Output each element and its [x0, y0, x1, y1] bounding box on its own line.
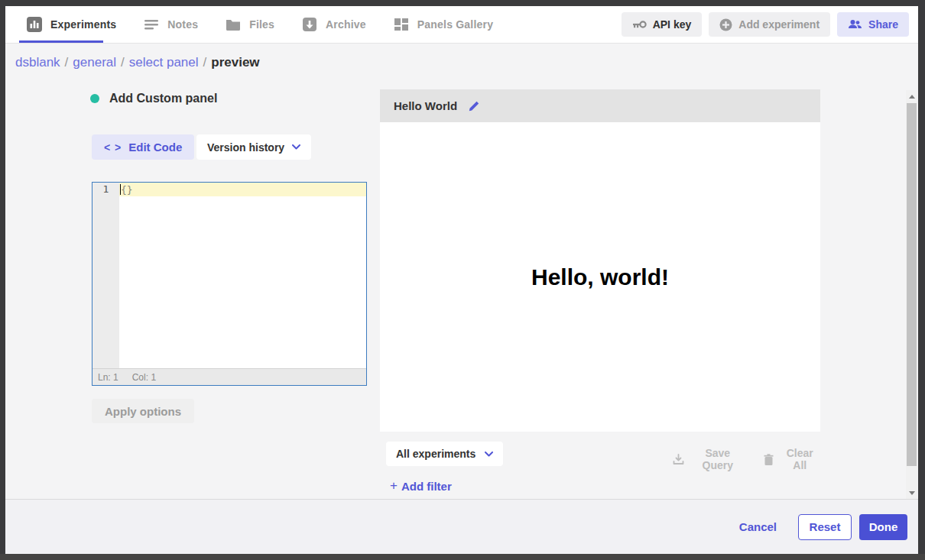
breadcrumb: dsblank/general/select panel/preview	[15, 55, 260, 70]
tab-notes[interactable]: Notes	[144, 6, 198, 43]
hello-world-output: Hello, world!	[531, 264, 669, 290]
nav-tabs: Experiments Notes Files Archive Panel	[5, 6, 493, 43]
share-label: Share	[868, 18, 898, 31]
top-navbar: Experiments Notes Files Archive Panel	[5, 6, 918, 44]
experiments-filter-dropdown[interactable]: All experiments	[386, 442, 503, 466]
tab-label: Files	[249, 18, 274, 31]
add-filter-label: Add filter	[401, 480, 452, 493]
edit-title-pencil-icon[interactable]	[469, 101, 479, 112]
scrollbar-thumb[interactable]	[907, 103, 917, 466]
share-button[interactable]: Share	[837, 12, 909, 37]
editor-code-area[interactable]: {}	[119, 183, 366, 368]
breadcrumb-separator: /	[121, 55, 125, 70]
experiments-icon	[27, 17, 42, 32]
breadcrumb-link-select-panel[interactable]: select panel	[129, 55, 199, 70]
editor-status-bar: Ln: 1 Col: 1	[92, 368, 366, 385]
trash-icon	[764, 454, 774, 465]
api-key-label: API key	[653, 18, 692, 31]
plus-icon: +	[390, 478, 398, 494]
clear-all-button[interactable]: Clear All	[764, 447, 820, 471]
add-custom-panel-heading: Add Custom panel	[90, 92, 217, 105]
apply-options-button[interactable]: Apply options	[92, 399, 194, 423]
breadcrumb-separator: /	[65, 55, 69, 70]
breadcrumb-link-project[interactable]: general	[73, 55, 116, 70]
tab-panels-gallery[interactable]: Panels Gallery	[394, 6, 493, 43]
breadcrumb-link-workspace[interactable]: dsblank	[15, 55, 60, 70]
version-history-dropdown[interactable]: Version history	[196, 134, 311, 160]
preview-panel-title: Hello World	[394, 99, 457, 112]
save-download-icon	[673, 454, 684, 465]
chevron-down-icon	[485, 452, 493, 457]
key-icon	[632, 19, 647, 30]
breadcrumb-separator: /	[203, 55, 207, 70]
status-dot-icon	[90, 94, 99, 103]
tab-label: Experiments	[50, 18, 116, 31]
preview-panel: Hello World Hello, world!	[380, 89, 820, 432]
code-content: {}	[121, 184, 133, 196]
nav-actions: API key Add experiment Share	[622, 12, 918, 37]
line-number: 1	[92, 183, 119, 196]
folder-icon	[226, 17, 241, 32]
active-tab-underline	[19, 40, 103, 43]
tab-files[interactable]: Files	[226, 6, 274, 43]
tab-label: Notes	[167, 18, 198, 31]
reset-button[interactable]: Reset	[798, 514, 852, 540]
code-brackets-icon: < >	[104, 141, 122, 154]
editor-active-line[interactable]: {}	[119, 183, 366, 196]
tab-label: Panels Gallery	[417, 18, 493, 31]
add-experiment-label: Add experiment	[738, 18, 820, 31]
editor-main[interactable]: 1 {}	[92, 183, 366, 368]
notes-icon	[144, 17, 159, 32]
edit-code-label: Edit Code	[128, 141, 182, 154]
edit-code-button[interactable]: < > Edit Code	[92, 134, 194, 160]
status-line-indicator: Ln: 1	[98, 372, 118, 383]
dialog-footer: Cancel Reset Done	[5, 499, 918, 554]
chevron-down-icon	[292, 144, 300, 150]
experiments-filter-label: All experiments	[396, 448, 475, 460]
add-filter-button[interactable]: + Add filter	[390, 478, 452, 494]
code-editor[interactable]: 1 {} Ln: 1 Col: 1	[92, 182, 367, 386]
scroll-down-arrow-icon[interactable]	[906, 487, 917, 499]
tab-label: Archive	[326, 18, 366, 31]
save-query-button[interactable]: Save Query	[673, 447, 745, 471]
breadcrumb-current: preview	[211, 55, 259, 70]
preview-panel-header: Hello World	[380, 89, 820, 122]
vertical-scrollbar[interactable]	[906, 90, 917, 499]
clear-all-label: Clear All	[779, 447, 820, 471]
scroll-up-arrow-icon[interactable]	[906, 90, 917, 102]
done-button[interactable]: Done	[859, 514, 907, 540]
people-icon	[848, 19, 862, 30]
page-title: Add Custom panel	[109, 92, 217, 105]
plus-circle-icon	[719, 18, 732, 31]
archive-icon	[302, 17, 317, 32]
tab-experiments[interactable]: Experiments	[27, 6, 116, 43]
editor-gutter: 1	[92, 183, 119, 368]
add-experiment-button[interactable]: Add experiment	[709, 12, 830, 37]
preview-panel-body: Hello, world!	[380, 122, 820, 432]
query-actions: Save Query Clear All	[673, 447, 820, 471]
api-key-button[interactable]: API key	[622, 12, 703, 37]
version-history-label: Version history	[207, 141, 284, 154]
window-frame-bottom	[0, 554, 925, 560]
panels-gallery-icon	[394, 17, 409, 32]
cancel-button[interactable]: Cancel	[739, 520, 777, 533]
tab-archive[interactable]: Archive	[302, 6, 366, 43]
save-query-label: Save Query	[690, 447, 745, 471]
status-col-indicator: Col: 1	[132, 372, 156, 383]
